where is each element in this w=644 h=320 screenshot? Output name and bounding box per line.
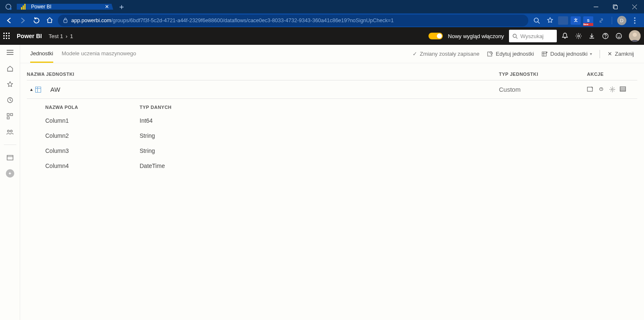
field-name: Column4 [45, 163, 140, 169]
fields-header: NAZWA POLA TYP DANYCH [45, 99, 637, 113]
svg-point-1 [10, 8, 12, 10]
search-icon [512, 34, 518, 39]
svg-line-23 [516, 37, 517, 39]
tab-title: Power BI [31, 4, 101, 10]
nav-home-icon[interactable] [5, 64, 15, 72]
action-ml-icon[interactable] [598, 86, 605, 93]
nav-recent-icon[interactable] [5, 96, 15, 104]
nav-forward-button[interactable] [16, 14, 29, 27]
field-row: Column3 String [45, 143, 637, 158]
action-refresh-icon[interactable] [620, 86, 626, 93]
collapse-triangle-icon[interactable]: ▲ [29, 87, 34, 92]
notifications-icon[interactable] [562, 33, 570, 39]
toolbar-separator [608, 14, 615, 27]
svg-line-9 [538, 22, 540, 23]
field-row: Column4 DateTime [45, 158, 637, 173]
svg-rect-37 [7, 117, 9, 119]
svg-point-22 [513, 34, 517, 37]
svg-rect-19 [3, 38, 5, 39]
edit-icon [487, 51, 493, 57]
help-icon[interactable] [602, 33, 610, 39]
breadcrumb-workspace[interactable]: Test 1 [49, 33, 63, 39]
extension-link-icon[interactable] [595, 14, 608, 27]
search-input[interactable]: Wyszukaj [509, 30, 557, 42]
svg-rect-36 [10, 114, 13, 116]
nav-current-workspace-icon[interactable]: ✦ [6, 169, 14, 178]
svg-rect-35 [7, 114, 9, 116]
download-icon[interactable] [589, 33, 597, 39]
nav-home-button[interactable] [43, 14, 56, 27]
svg-rect-46 [587, 87, 592, 91]
address-bar[interactable]: app.powerbi.com/groups/6bdf7f3f-5c2d-472… [58, 15, 528, 26]
breadcrumb-item[interactable]: 1 [70, 33, 73, 39]
svg-rect-16 [3, 35, 5, 36]
field-type: String [140, 132, 637, 139]
tab-close-icon[interactable]: ✕ [105, 4, 109, 10]
powerbi-icon [21, 4, 27, 10]
powerbi-header: Power BI Test 1 › 1 Nowy wygląd włączony… [0, 27, 644, 45]
nav-shared-icon[interactable] [5, 128, 15, 136]
entity-list-header: NAZWA JEDNOSTKI TYP JEDNOSTKI AKCJE [27, 67, 637, 80]
profile-avatar[interactable]: D [617, 16, 626, 25]
entity-fields: NAZWA POLA TYP DANYCH Column1 Int64 Colu… [27, 99, 637, 173]
window-close-button[interactable] [625, 0, 644, 13]
field-type: DateTime [140, 163, 637, 169]
entity-actions [587, 86, 637, 93]
main-content: Jednostki Modele uczenia maszynowego ✓ Z… [20, 45, 644, 320]
svg-point-12 [634, 22, 635, 23]
side-nav: ✦ [0, 45, 20, 320]
svg-point-27 [616, 34, 622, 39]
nav-separator [4, 145, 16, 145]
extension-translate-icon[interactable]: 文 [571, 16, 581, 25]
bookmark-star-icon[interactable] [543, 14, 557, 27]
browser-tab[interactable]: Power BI ✕ [17, 4, 113, 10]
browser-menu-button[interactable] [628, 14, 641, 27]
settings-gear-icon[interactable] [575, 33, 584, 39]
close-icon: ✕ [608, 51, 612, 57]
extension-icon[interactable]: . [558, 16, 568, 25]
new-look-toggle[interactable] [428, 33, 443, 39]
svg-point-8 [534, 18, 538, 22]
tab-ml-models[interactable]: Modele uczenia maszynowego [62, 45, 136, 63]
nav-reload-button[interactable] [29, 14, 43, 27]
field-type: String [140, 147, 637, 154]
brand-label[interactable]: Power BI [17, 33, 42, 39]
svg-rect-20 [6, 38, 7, 39]
nav-back-button[interactable] [3, 14, 16, 27]
svg-point-39 [10, 130, 13, 132]
field-name: Column1 [45, 117, 140, 124]
extension-new-icon[interactable]: SNew [583, 16, 593, 25]
svg-rect-13 [3, 33, 5, 34]
entity-row[interactable]: ▲ AW Custom [27, 80, 637, 99]
breadcrumb: Test 1 › 1 [49, 33, 73, 39]
svg-point-47 [601, 88, 602, 89]
page-zoom-icon[interactable] [530, 14, 543, 27]
close-button[interactable]: ✕ Zamknij [608, 51, 634, 57]
url-host: app.powerbi.com [71, 18, 111, 23]
window-minimize-button[interactable] [586, 0, 605, 13]
window-maximize-button[interactable] [605, 0, 625, 13]
app-launcher-icon[interactable] [3, 33, 17, 39]
nav-favorites-icon[interactable] [5, 80, 15, 88]
nav-apps-icon[interactable] [5, 112, 15, 120]
feedback-smile-icon[interactable] [615, 33, 624, 39]
add-entities-button[interactable]: Dodaj jednostki ▾ [542, 51, 592, 57]
nav-menu-icon[interactable] [5, 48, 15, 57]
action-settings-icon[interactable] [609, 86, 615, 93]
user-avatar[interactable] [629, 30, 641, 42]
svg-rect-14 [6, 33, 7, 34]
field-row: Column1 Int64 [45, 113, 637, 128]
svg-point-24 [578, 35, 580, 37]
svg-point-48 [612, 89, 613, 90]
browser-toolbar: app.powerbi.com/groups/6bdf7f3f-5c2d-472… [0, 13, 644, 27]
nav-workspaces-icon[interactable] [5, 153, 15, 162]
svg-point-11 [634, 20, 635, 21]
system-icon [0, 3, 17, 10]
svg-point-10 [634, 17, 635, 18]
edit-entities-button[interactable]: Edytuj jednostki [487, 51, 534, 57]
tab-entities[interactable]: Jednostki [30, 45, 53, 63]
svg-rect-7 [64, 20, 67, 23]
action-edit-icon[interactable] [587, 86, 594, 93]
svg-point-26 [605, 37, 606, 38]
new-tab-button[interactable]: ＋ [113, 2, 130, 12]
